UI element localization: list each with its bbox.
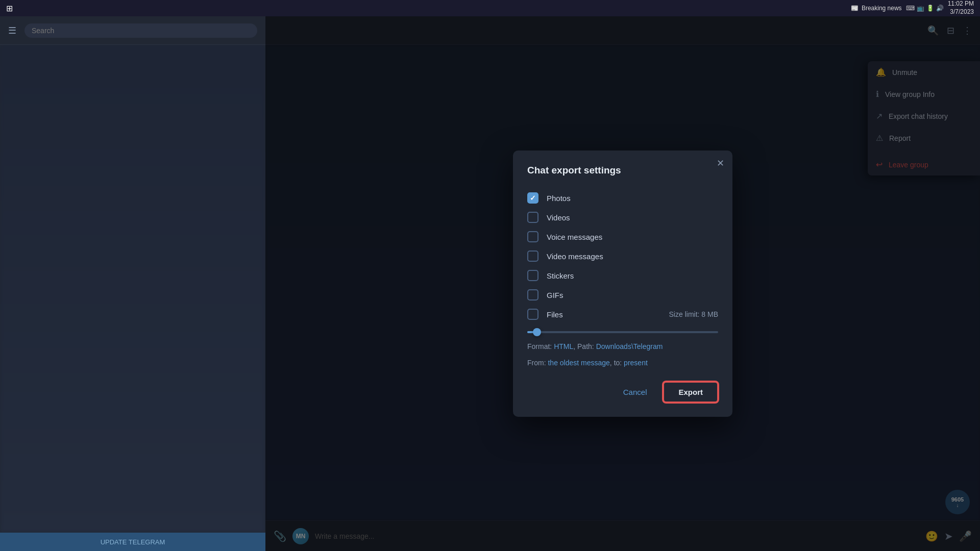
- size-limit-slider-container: [527, 331, 718, 333]
- main-chat: 🔍 ⊟ ⋮ 📎 MN 🙂 ➤ 🎤 9605 ↓: [265, 16, 980, 551]
- news-text: Breaking news: [862, 5, 902, 12]
- cancel-button[interactable]: Cancel: [611, 383, 659, 402]
- gifs-row: GIFs: [527, 285, 718, 305]
- slider-track: [527, 331, 718, 333]
- photos-checkbox[interactable]: ✓: [527, 192, 538, 204]
- stickers-checkbox[interactable]: [527, 270, 538, 281]
- update-telegram-label: UPDATE TELEGRAM: [101, 538, 165, 546]
- dialog-overlay: Chat export settings ✕ ✓ Photos Videos V…: [265, 16, 980, 551]
- monitor-icon: 📺: [917, 5, 924, 12]
- size-limit-text: Size limit: 8 MB: [669, 310, 718, 318]
- app: ☰ UPDATE TELEGRAM 🔍 ⊟ ⋮ 📎: [0, 16, 980, 551]
- dialog-close-button[interactable]: ✕: [717, 159, 724, 168]
- files-label[interactable]: Files: [547, 310, 563, 319]
- date-display: 3/7/2023: [948, 8, 974, 16]
- gifs-label[interactable]: GIFs: [547, 291, 564, 299]
- format-label: Format:: [527, 342, 552, 350]
- path-label: Path:: [577, 342, 594, 350]
- sidebar: ☰ UPDATE TELEGRAM: [0, 16, 265, 551]
- videos-checkbox[interactable]: [527, 212, 538, 223]
- path-value[interactable]: Downloads\Telegram: [596, 342, 663, 350]
- sidebar-list: [0, 45, 265, 533]
- taskbar-news: 📰 Breaking news: [851, 5, 902, 12]
- stickers-row: Stickers: [527, 266, 718, 285]
- voice-messages-checkbox[interactable]: [527, 231, 538, 242]
- chat-export-dialog: Chat export settings ✕ ✓ Photos Videos V…: [513, 151, 732, 416]
- news-icon: 📰: [851, 5, 859, 12]
- photos-label[interactable]: Photos: [547, 194, 571, 203]
- taskbar-left: ⊞: [6, 4, 13, 13]
- video-messages-row: Video messages: [527, 246, 718, 266]
- dialog-buttons: Cancel Export: [527, 382, 718, 403]
- voice-messages-row: Voice messages: [527, 227, 718, 246]
- taskbar-time: 11:02 PM 3/7/2023: [948, 0, 974, 16]
- search-input[interactable]: [32, 27, 250, 35]
- to-label: to:: [614, 359, 622, 367]
- voice-messages-label[interactable]: Voice messages: [547, 233, 602, 241]
- volume-icon: 🔊: [936, 5, 944, 12]
- from-label: From:: [527, 359, 546, 367]
- video-messages-label[interactable]: Video messages: [547, 252, 603, 261]
- from-value[interactable]: the oldest message: [548, 359, 609, 367]
- sidebar-header: ☰: [0, 16, 265, 45]
- files-row: Files Size limit: 8 MB: [527, 305, 718, 324]
- videos-row: Videos: [527, 208, 718, 227]
- to-value[interactable]: present: [624, 359, 648, 367]
- battery-icon: 🔋: [926, 5, 934, 12]
- videos-label[interactable]: Videos: [547, 213, 570, 222]
- windows-icon[interactable]: ⊞: [6, 4, 13, 13]
- slider-thumb[interactable]: [533, 328, 541, 336]
- dialog-title: Chat export settings: [527, 165, 718, 176]
- taskbar-systray: ⌨ 📺 🔋 🔊: [906, 5, 944, 12]
- update-telegram-bar[interactable]: UPDATE TELEGRAM: [0, 533, 265, 551]
- files-checkbox[interactable]: [527, 309, 538, 320]
- stickers-label[interactable]: Stickers: [547, 271, 574, 280]
- taskbar: ⊞ 📰 Breaking news ⌨ 📺 🔋 🔊 11:02 PM 3/7/2…: [0, 0, 980, 16]
- taskbar-right: 📰 Breaking news ⌨ 📺 🔋 🔊 11:02 PM 3/7/202…: [851, 0, 974, 16]
- time-display: 11:02 PM: [948, 0, 974, 8]
- sidebar-blurred-content: [0, 45, 265, 533]
- check-mark: ✓: [530, 194, 536, 202]
- hamburger-icon[interactable]: ☰: [8, 25, 16, 36]
- export-range-info: From: the oldest message, to: present: [527, 357, 718, 369]
- photos-row: ✓ Photos: [527, 188, 718, 208]
- keyboard-icon: ⌨: [906, 5, 915, 12]
- export-button[interactable]: Export: [663, 382, 718, 403]
- format-value[interactable]: HTML: [554, 342, 573, 350]
- gifs-checkbox[interactable]: [527, 289, 538, 300]
- export-format-info: Format: HTML, Path: Downloads\Telegram: [527, 340, 718, 353]
- video-messages-checkbox[interactable]: [527, 251, 538, 262]
- search-wrapper[interactable]: [24, 23, 257, 38]
